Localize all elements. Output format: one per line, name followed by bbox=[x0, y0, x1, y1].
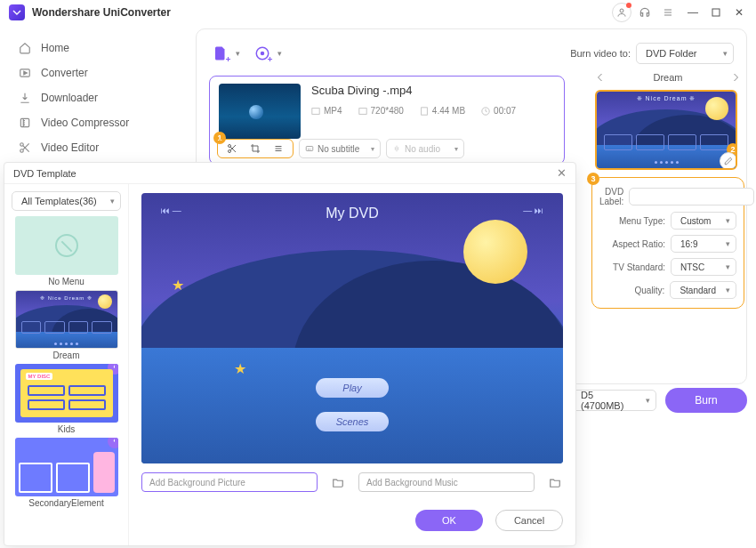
burn-target-select[interactable]: DVD Folder▾ bbox=[636, 43, 734, 64]
trim-icon[interactable] bbox=[227, 143, 237, 154]
video-edit-toolbar bbox=[217, 139, 294, 158]
edit-template-button[interactable] bbox=[720, 152, 737, 170]
template-preview[interactable]: ❈ Nice Dream ❈ 2 bbox=[595, 90, 737, 170]
burn-to-label: Burn video to: bbox=[570, 48, 631, 59]
download-icon bbox=[18, 91, 32, 105]
sidebar-item-home[interactable]: Home bbox=[0, 36, 187, 60]
sidebar-label: Downloader bbox=[41, 92, 98, 104]
quality-select[interactable]: Standard▾ bbox=[670, 281, 736, 299]
crop-icon[interactable] bbox=[250, 143, 261, 154]
tv-select[interactable]: NTSC▾ bbox=[671, 258, 736, 276]
add-disc-button[interactable]: ＋ bbox=[251, 42, 274, 65]
sidebar-label: Home bbox=[41, 42, 69, 54]
cancel-button[interactable]: Cancel bbox=[495, 510, 563, 531]
sidebar-item-converter[interactable]: Converter bbox=[0, 60, 187, 85]
meta-size: 4.44 MB bbox=[420, 106, 465, 116]
modal-close-button[interactable]: ✕ bbox=[557, 166, 567, 180]
burn-button[interactable]: Burn bbox=[665, 388, 747, 413]
video-title: Scuba Diving -.mp4 bbox=[311, 84, 555, 97]
meta-resolution: 720*480 bbox=[358, 106, 404, 116]
dvd-label-lbl: DVD Label: bbox=[599, 187, 623, 206]
meta-format: MP4 bbox=[311, 106, 342, 116]
home-icon bbox=[18, 41, 32, 55]
template-item-kids[interactable]: MY DISC Kids bbox=[12, 364, 121, 434]
template-item-dream[interactable]: ❈ Nice Dream ❈ Dream bbox=[12, 290, 121, 360]
template-list: All Templates(36)▾ No Menu ❈ Nice Dream … bbox=[4, 184, 129, 545]
compress-icon bbox=[18, 116, 32, 130]
svg-rect-15 bbox=[358, 108, 366, 114]
svg-point-8 bbox=[20, 143, 24, 147]
sidebar-item-compressor[interactable]: Video Compressor bbox=[0, 110, 187, 135]
menu-type-lbl: Menu Type: bbox=[599, 216, 665, 226]
prev-template-button[interactable] bbox=[593, 70, 607, 85]
titlebar: Wondershare UniConverter — ✕ bbox=[0, 0, 756, 25]
template-editor: ⏮ — — ⏭ My DVD ★ ★ Play Scenes Add Backg… bbox=[129, 184, 575, 545]
subtitle-select[interactable]: No subtitle▾ bbox=[299, 139, 381, 158]
menu-button[interactable] bbox=[658, 3, 678, 22]
aspect-lbl: Aspect Ratio: bbox=[599, 239, 665, 249]
scissors-icon bbox=[18, 141, 32, 155]
support-button[interactable] bbox=[635, 3, 655, 22]
quality-lbl: Quality: bbox=[599, 286, 664, 295]
template-name: Dream bbox=[653, 72, 682, 83]
modal-header: DVD Template ✕ bbox=[4, 163, 575, 184]
add-file-caret[interactable]: ▾ bbox=[236, 49, 240, 58]
svg-point-13 bbox=[261, 52, 264, 55]
bg-picture-browse[interactable] bbox=[330, 474, 346, 490]
svg-rect-4 bbox=[712, 9, 720, 16]
star-icon: ★ bbox=[234, 360, 250, 376]
dvd-settings: 3 DVD Label: Menu Type: Custom▾ Aspect R… bbox=[591, 177, 744, 309]
tv-lbl: TV Standard: bbox=[599, 262, 665, 272]
nomenu-icon bbox=[55, 234, 78, 257]
svg-rect-16 bbox=[421, 107, 427, 114]
svg-rect-25 bbox=[306, 147, 313, 151]
minimize-button[interactable]: — bbox=[685, 4, 701, 20]
svg-point-0 bbox=[620, 9, 623, 12]
app-logo bbox=[9, 4, 25, 20]
audio-select[interactable]: No audio▾ bbox=[386, 139, 464, 158]
next-template-button[interactable] bbox=[728, 70, 743, 85]
burn-target-value: DVD Folder bbox=[646, 48, 696, 59]
sidebar-label: Video Compressor bbox=[41, 117, 129, 129]
star-icon: ★ bbox=[172, 277, 188, 293]
sidebar-label: Converter bbox=[41, 67, 88, 79]
menu-scenes-button[interactable]: Scenes bbox=[316, 412, 389, 431]
menu-type-select[interactable]: Custom▾ bbox=[671, 212, 736, 230]
sidebar-item-editor[interactable]: Video Editor bbox=[0, 135, 187, 160]
menu-play-button[interactable]: Play bbox=[316, 378, 389, 398]
app-title: Wondershare UniConverter bbox=[32, 6, 171, 19]
aspect-select[interactable]: 16:9▾ bbox=[671, 235, 736, 253]
video-thumbnail[interactable] bbox=[219, 84, 301, 139]
bg-music-input[interactable]: Add Background Music bbox=[358, 472, 535, 492]
converter-icon bbox=[18, 66, 32, 80]
template-item-secondary[interactable]: SecondaryElement bbox=[12, 438, 121, 508]
close-button[interactable]: ✕ bbox=[731, 4, 747, 20]
bg-music-browse[interactable] bbox=[547, 474, 563, 490]
main-toolbar: ＋ ▾ ＋ ▾ Burn video to: DVD Folder▾ bbox=[209, 38, 734, 68]
preview-menu-title: ❈ Nice Dream ❈ bbox=[597, 95, 736, 102]
more-icon[interactable] bbox=[273, 143, 284, 154]
meta-duration: 00:07 bbox=[481, 106, 516, 116]
account-button[interactable] bbox=[612, 3, 631, 22]
template-pager: Dream bbox=[590, 68, 746, 90]
add-disc-caret[interactable]: ▾ bbox=[277, 49, 282, 58]
dvd-template-modal: DVD Template ✕ All Templates(36)▾ No Men… bbox=[4, 162, 576, 546]
big-menu-title: My DVD bbox=[141, 206, 563, 222]
maximize-button[interactable] bbox=[708, 4, 724, 20]
right-column: Dream ❈ Nice Dream ❈ 2 3 DVD Label: Menu… bbox=[590, 68, 746, 309]
ok-button[interactable]: OK bbox=[415, 510, 483, 531]
template-item-nomenu[interactable]: No Menu bbox=[12, 216, 121, 286]
svg-marker-6 bbox=[24, 71, 27, 75]
svg-point-9 bbox=[20, 149, 24, 153]
video-card[interactable]: Scuba Diving -.mp4 MP4 720*480 4.44 MB 0… bbox=[209, 76, 565, 165]
template-filter-select[interactable]: All Templates(36)▾ bbox=[12, 191, 121, 211]
add-file-button[interactable]: ＋ bbox=[209, 42, 232, 65]
sidebar-item-downloader[interactable]: Downloader bbox=[0, 85, 187, 110]
step-badge-3: 3 bbox=[587, 173, 599, 185]
big-preview: ⏮ — — ⏭ My DVD ★ ★ Play Scenes bbox=[141, 193, 563, 463]
dvd-label-input[interactable] bbox=[629, 188, 754, 206]
disc-size-select[interactable]: D5 (4700MB)▾ bbox=[571, 390, 656, 411]
svg-rect-14 bbox=[312, 108, 319, 114]
modal-title: DVD Template bbox=[13, 168, 76, 179]
bg-picture-input[interactable]: Add Background Picture bbox=[141, 472, 318, 492]
